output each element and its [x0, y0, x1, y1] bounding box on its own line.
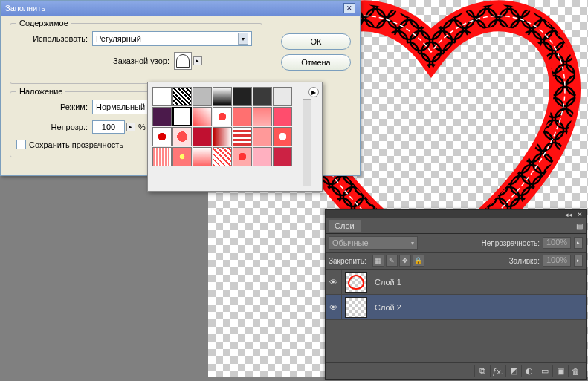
use-select[interactable]: Регулярный ▾	[92, 31, 252, 46]
pattern-swatch[interactable]	[172, 147, 192, 166]
pattern-swatch[interactable]	[213, 127, 232, 146]
lock-all-icon[interactable]: 🔒	[413, 255, 424, 267]
pattern-swatch[interactable]	[193, 107, 212, 126]
pattern-swatch[interactable]	[273, 107, 292, 126]
lock-transparency-icon[interactable]: ▦	[372, 255, 384, 267]
pattern-swatch[interactable]	[233, 87, 252, 106]
pattern-swatch[interactable]	[273, 87, 292, 106]
pattern-swatch[interactable]	[152, 107, 172, 126]
content-fieldset: Содержимое Использовать: Регулярный ▾ За…	[10, 23, 262, 84]
opacity-suffix: %	[138, 123, 146, 131]
layer-row[interactable]: 👁Слой 2	[326, 295, 586, 320]
fill-label: Заливка:	[509, 257, 540, 265]
lock-image-icon[interactable]: ✎	[386, 255, 398, 267]
visibility-icon[interactable]: 👁	[326, 270, 342, 294]
mode-value: Нормальный	[96, 102, 145, 111]
pattern-swatch[interactable]	[172, 107, 192, 126]
mode-label: Режим:	[16, 102, 88, 111]
adjustment-icon[interactable]: ◐	[521, 365, 536, 377]
pattern-swatch[interactable]	[253, 147, 272, 166]
pattern-scrollbar[interactable]	[303, 99, 311, 186]
panel-close-icon[interactable]: ✕	[577, 211, 583, 218]
pattern-swatch[interactable]	[213, 87, 232, 106]
pattern-grid	[152, 87, 317, 166]
content-legend: Содержимое	[16, 19, 71, 27]
layer-thumbnail[interactable]	[345, 297, 367, 318]
mask-icon[interactable]: ◩	[505, 365, 520, 377]
lock-label: Закрепить:	[329, 257, 366, 265]
layer-opacity-value[interactable]: 100%	[543, 237, 571, 249]
new-layer-icon[interactable]: ▣	[552, 365, 567, 377]
dialog-titlebar[interactable]: Заполнить ✕	[1, 1, 360, 16]
blend-mode-select[interactable]: Обычные▾	[329, 236, 418, 250]
layer-opacity-label: Непрозрачность:	[481, 239, 540, 247]
fx-icon[interactable]: ƒx.	[490, 365, 505, 377]
panel-menu-icon[interactable]: ▤	[576, 222, 583, 230]
pattern-swatch[interactable]	[253, 87, 272, 106]
layer-name: Слой 2	[375, 303, 401, 312]
use-label: Использовать:	[16, 34, 88, 43]
panel-topbar[interactable]: ◂◂ ✕	[326, 210, 586, 218]
ok-button[interactable]: ОК	[281, 33, 351, 50]
pattern-swatch[interactable]	[253, 127, 272, 146]
close-icon[interactable]: ✕	[343, 3, 355, 13]
opacity-input[interactable]	[92, 120, 125, 134]
pattern-menu-icon[interactable]: ▶	[308, 87, 319, 97]
layer-opacity-stepper[interactable]: ▸	[574, 237, 583, 249]
overlay-legend: Наложение	[16, 87, 65, 96]
pattern-swatch[interactable]	[152, 87, 172, 106]
fill-value[interactable]: 100%	[543, 255, 571, 267]
pattern-swatch[interactable]	[172, 87, 192, 106]
pattern-swatch[interactable]	[233, 127, 252, 146]
layers-tab[interactable]: Слои	[329, 220, 361, 232]
pattern-picker-toggle[interactable]: ▸	[193, 56, 202, 65]
opacity-stepper[interactable]: ▸	[126, 123, 135, 131]
custom-pattern-label: Заказной узор:	[113, 56, 169, 65]
pattern-swatch[interactable]	[213, 107, 232, 126]
pattern-thumbnail[interactable]	[174, 52, 192, 70]
layers-footer: ⧉ ƒx. ◩ ◐ ▭ ▣ 🗑	[326, 362, 586, 379]
pattern-swatch[interactable]	[233, 147, 252, 166]
trash-icon[interactable]: 🗑	[568, 365, 583, 377]
layer-thumbnail[interactable]	[345, 272, 367, 293]
visibility-icon[interactable]: 👁	[326, 295, 342, 319]
pattern-swatch[interactable]	[273, 147, 292, 166]
cancel-button[interactable]: Отмена	[281, 54, 351, 71]
pattern-swatch[interactable]	[253, 107, 272, 126]
layer-name: Слой 1	[375, 278, 401, 287]
pattern-swatch[interactable]	[152, 147, 172, 166]
pattern-swatch[interactable]	[193, 127, 212, 146]
pattern-swatch[interactable]	[233, 107, 252, 126]
group-icon[interactable]: ▭	[537, 365, 552, 377]
pattern-swatch[interactable]	[193, 147, 212, 166]
lock-position-icon[interactable]: ✥	[399, 255, 411, 267]
pattern-swatch[interactable]	[193, 87, 212, 106]
layer-row[interactable]: 👁Слой 1	[326, 270, 586, 295]
use-value: Регулярный	[96, 34, 141, 43]
chevron-down-icon: ▾	[238, 33, 248, 45]
pattern-swatch[interactable]	[273, 127, 292, 146]
layers-panel: ◂◂ ✕ Слои ▤ Обычные▾ Непрозрачность: 100…	[325, 209, 587, 380]
pattern-swatch[interactable]	[172, 127, 192, 146]
layer-list: 👁Слой 1👁Слой 2	[326, 270, 586, 320]
dialog-title: Заполнить	[5, 4, 45, 13]
collapse-icon[interactable]: ◂◂	[565, 211, 572, 218]
pattern-picker-popup: ▶	[147, 82, 323, 192]
pattern-swatch[interactable]	[152, 127, 172, 146]
preserve-transparency-checkbox[interactable]	[16, 140, 26, 149]
preserve-transparency-label: Сохранить прозрачность	[29, 140, 123, 149]
pattern-swatch[interactable]	[213, 147, 232, 166]
link-layers-icon[interactable]: ⧉	[474, 365, 489, 377]
opacity-label: Непрозр.:	[16, 123, 88, 131]
fill-stepper[interactable]: ▸	[574, 255, 583, 267]
